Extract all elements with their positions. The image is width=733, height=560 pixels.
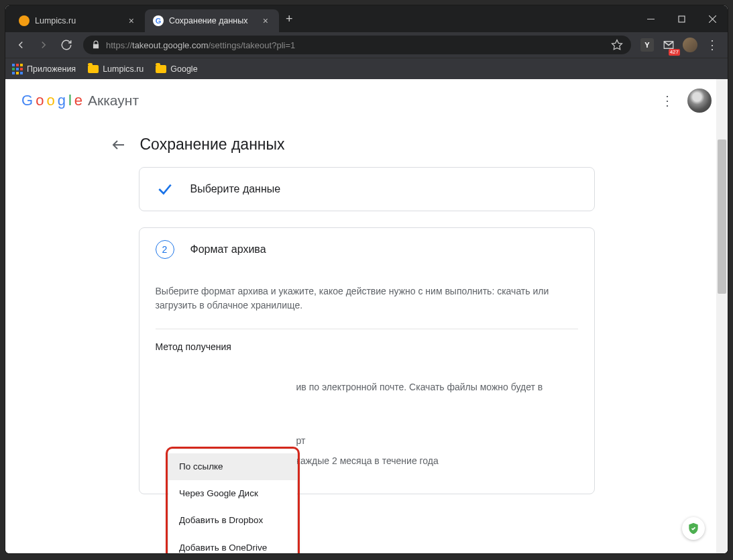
- tab-takeout[interactable]: G Сохранение данных ×: [145, 9, 279, 32]
- folder-icon: [88, 65, 99, 73]
- minimize-button[interactable]: [635, 5, 666, 32]
- google-logo[interactable]: Google Аккаунт: [21, 92, 139, 109]
- step-number-icon: 2: [156, 240, 174, 259]
- browser-menu-button[interactable]: ⋮: [702, 38, 722, 52]
- tab-lumpics[interactable]: Lumpics.ru ×: [11, 9, 145, 32]
- scrollbar-thumb[interactable]: [718, 139, 726, 294]
- security-shield-icon[interactable]: [682, 517, 705, 540]
- new-tab-button[interactable]: +: [279, 8, 300, 30]
- mail-ext-icon[interactable]: 427: [659, 36, 678, 54]
- delivery-method-dropdown: По ссылке Через Google Диск Добавить в D…: [168, 449, 297, 553]
- account-label: Аккаунт: [88, 93, 139, 109]
- step2-title: Формат архива: [190, 243, 266, 256]
- delivery-description-partial: ив по электронной почте. Скачать файлы м…: [296, 380, 578, 395]
- scrollbar-track[interactable]: [716, 79, 728, 553]
- window-controls: [635, 5, 728, 32]
- account-avatar[interactable]: [687, 89, 712, 113]
- dropdown-option-link[interactable]: По ссылке: [168, 453, 297, 480]
- tab-title: Lumpics.ru: [35, 16, 121, 25]
- favicon-icon: G: [153, 15, 164, 26]
- yandex-ext-icon[interactable]: Y: [638, 36, 657, 54]
- content: Сохранение данных Выберите данные 2 Форм…: [139, 122, 595, 494]
- reload-button[interactable]: [56, 35, 76, 55]
- url-text: https://takeout.google.com/settings/take…: [106, 40, 606, 50]
- tab-title: Сохранение данных: [169, 16, 255, 25]
- lock-icon: [91, 40, 101, 50]
- bookmark-label: Lumpics.ru: [103, 64, 144, 74]
- bookmarks-bar: Приложения Lumpics.ru Google: [5, 58, 728, 79]
- bookmark-label: Приложения: [27, 64, 76, 74]
- folder-icon: [156, 65, 166, 73]
- dropdown-option-google-drive[interactable]: Через Google Диск: [168, 480, 297, 507]
- forward-button[interactable]: [34, 35, 54, 55]
- schedule-label-partial: каждые 2 месяца в течение года: [296, 455, 578, 466]
- dropdown-option-onedrive[interactable]: Добавить в OneDrive: [168, 535, 297, 553]
- page-title-row: Сохранение данных: [111, 135, 595, 154]
- step1-card[interactable]: Выберите данные: [139, 167, 595, 211]
- delivery-method-label: Метод получения: [156, 341, 578, 352]
- browser-toolbar: https://takeout.google.com/settings/take…: [5, 32, 728, 58]
- check-icon: [156, 180, 174, 199]
- apps-icon: [12, 64, 23, 74]
- profile-avatar[interactable]: [681, 36, 699, 54]
- browser-window: Lumpics.ru × G Сохранение данных × + htt…: [5, 5, 728, 553]
- svg-rect-1: [679, 16, 685, 22]
- header-more-button[interactable]: ⋮: [655, 87, 679, 114]
- back-arrow-button[interactable]: [111, 137, 127, 153]
- close-icon[interactable]: ×: [126, 15, 137, 26]
- google-header: Google Аккаунт ⋮: [5, 79, 728, 122]
- export-label-partial: рт: [296, 435, 578, 446]
- bookmark-label: Google: [170, 64, 197, 74]
- page-viewport: Google Аккаунт ⋮ Сохранение данных Выбер…: [5, 79, 728, 553]
- tab-strip: Lumpics.ru × G Сохранение данных × +: [5, 5, 635, 32]
- close-icon[interactable]: ×: [260, 15, 271, 26]
- back-button[interactable]: [11, 35, 31, 55]
- mail-badge: 427: [669, 49, 680, 56]
- svg-marker-4: [612, 40, 622, 50]
- bookmark-folder-google[interactable]: Google: [156, 64, 197, 74]
- star-icon[interactable]: [611, 39, 623, 51]
- step1-title: Выберите данные: [190, 183, 281, 195]
- favicon-icon: [19, 15, 30, 26]
- maximize-button[interactable]: [666, 5, 697, 32]
- page-title: Сохранение данных: [140, 135, 285, 154]
- divider: [156, 329, 578, 329]
- dropdown-option-dropbox[interactable]: Добавить в Dropbox: [168, 507, 297, 534]
- address-bar[interactable]: https://takeout.google.com/settings/take…: [83, 36, 631, 54]
- avatar-icon: [683, 38, 697, 52]
- close-window-button[interactable]: [697, 5, 728, 32]
- step2-description: Выберите формат архива и укажите, какое …: [156, 271, 578, 326]
- title-bar: Lumpics.ru × G Сохранение данных × +: [5, 5, 728, 32]
- apps-bookmark[interactable]: Приложения: [12, 64, 76, 74]
- bookmark-folder-lumpics[interactable]: Lumpics.ru: [88, 64, 144, 74]
